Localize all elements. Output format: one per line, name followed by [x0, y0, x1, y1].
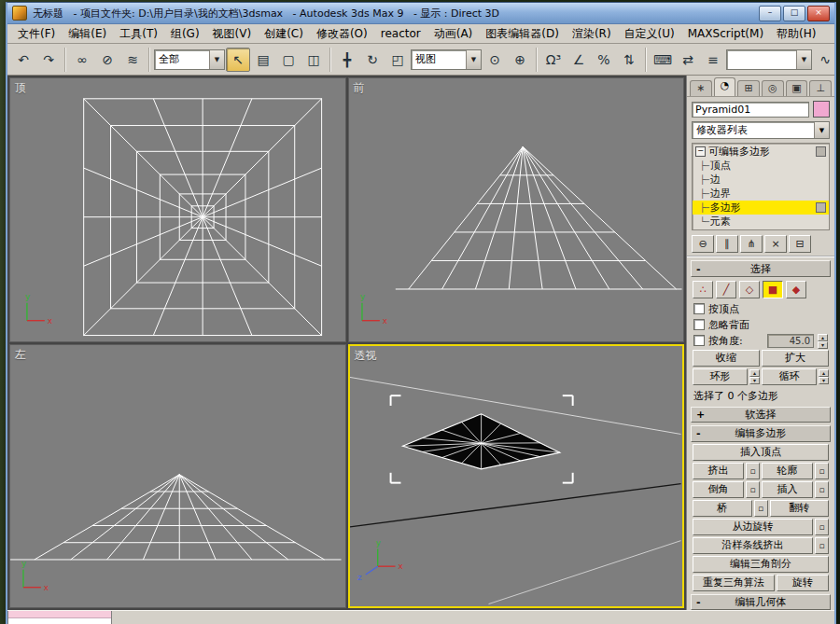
titlebar[interactable]: 无标题 - 项目文件夹: D:\用户目录\我的文档\3dsmax - Autod…: [7, 3, 834, 24]
align-icon[interactable]: ≡: [701, 48, 725, 72]
pin-stack-icon[interactable]: ⊖: [692, 235, 714, 253]
menubar-12[interactable]: MAXScript(M): [681, 25, 770, 42]
rectangular-selection-region-icon[interactable]: ▢: [276, 48, 301, 72]
select-and-manipulate-icon[interactable]: ⊕: [508, 48, 532, 72]
by-angle-checkbox[interactable]: 按角度:: [693, 334, 743, 348]
snap-toggle-icon[interactable]: Ω³: [541, 48, 566, 72]
insert-vertex-button[interactable]: 插入顶点: [693, 444, 829, 461]
use-pivot-center-icon[interactable]: ⊙: [483, 48, 507, 72]
angle-snap-icon[interactable]: ∠: [567, 48, 591, 72]
ring-spinner[interactable]: ▴▾: [749, 369, 760, 383]
vertex-mode-icon[interactable]: ∴: [693, 281, 713, 298]
menubar-13[interactable]: 帮助(H): [770, 24, 822, 44]
mirror-icon[interactable]: ⇄: [676, 48, 700, 72]
stack-item-polygon[interactable]: 多边形: [693, 201, 829, 215]
viewport-top[interactable]: 顶 yx: [9, 77, 346, 342]
by-vertex-checkbox[interactable]: 按顶点: [693, 302, 739, 316]
checkbox-icon[interactable]: [693, 303, 705, 314]
grow-button[interactable]: 扩大: [762, 350, 829, 367]
reference-coordinate-dropdown[interactable]: 视图▼: [411, 49, 482, 70]
select-and-scale-icon[interactable]: ◰: [385, 48, 410, 72]
loop-button[interactable]: 循环: [762, 368, 817, 385]
rollout-soft-selection-header[interactable]: + 软选择: [691, 407, 831, 423]
percent-snap-icon[interactable]: %: [592, 48, 616, 72]
spinner-down-icon[interactable]: ▾: [749, 377, 760, 384]
inset-button[interactable]: 插入: [762, 481, 813, 498]
select-object-icon[interactable]: ↖: [226, 48, 250, 72]
polygon-mode-icon[interactable]: ■: [763, 281, 783, 298]
display-tab[interactable]: ▣: [786, 80, 808, 96]
stack-item-edge[interactable]: 边: [693, 173, 829, 187]
utilities-tab[interactable]: ⊥: [809, 80, 832, 96]
stack-item-vertex[interactable]: 顶点: [693, 159, 829, 173]
remove-modifier-icon[interactable]: ×: [764, 235, 787, 253]
retriangulate-button[interactable]: 重复三角算法: [693, 575, 775, 591]
viewport-left[interactable]: 左 yx: [9, 344, 346, 609]
chevron-down-icon[interactable]: ▼: [466, 50, 481, 69]
maxscript-mini-listener[interactable]: [7, 611, 112, 624]
bind-to-space-warp-icon[interactable]: ≋: [120, 48, 145, 72]
spinner-up-icon[interactable]: ▴: [818, 334, 828, 341]
menubar-4[interactable]: 视图(V): [206, 24, 259, 44]
menubar-7[interactable]: reactor: [374, 25, 427, 42]
loop-spinner[interactable]: ▴▾: [819, 369, 829, 383]
select-and-move-icon[interactable]: ╋: [335, 48, 359, 72]
unlink-selection-icon[interactable]: ⊘: [95, 48, 119, 72]
stack-item-element[interactable]: 元素: [693, 215, 829, 229]
spinner-down-icon[interactable]: ▾: [819, 377, 829, 384]
viewport-perspective[interactable]: 透视 yxz: [348, 344, 685, 609]
undo-icon[interactable]: ↶: [11, 48, 35, 72]
stack-item-editable-poly[interactable]: − 可编辑多边形: [693, 145, 829, 159]
window-crossing-icon[interactable]: ◫: [301, 48, 326, 72]
menubar-1[interactable]: 编辑(E): [62, 24, 113, 44]
rollout-edit-polygons-header[interactable]: - 编辑多边形: [691, 425, 831, 441]
menubar-11[interactable]: 自定义(U): [618, 24, 681, 44]
viewport-front[interactable]: 前 yx: [348, 77, 685, 342]
select-and-rotate-icon[interactable]: ↻: [360, 48, 385, 72]
menubar-2[interactable]: 工具(T): [113, 24, 164, 44]
extrude-along-spline-button[interactable]: 沿样条线挤出: [693, 537, 813, 554]
turn-button[interactable]: 旋转: [777, 575, 829, 591]
bevel-button[interactable]: 倒角: [693, 481, 744, 498]
element-mode-icon[interactable]: ◆: [786, 281, 806, 298]
menubar-8[interactable]: 动画(A): [427, 24, 480, 44]
checkbox-icon[interactable]: [693, 319, 705, 330]
make-unique-icon[interactable]: ⋔: [740, 235, 763, 253]
show-end-result-icon[interactable]: ∥: [716, 235, 738, 253]
spinner-snap-icon[interactable]: ⇅: [617, 48, 641, 72]
curve-editor-icon[interactable]: ∿: [813, 48, 837, 72]
outline-settings-icon[interactable]: [815, 463, 829, 479]
edge-mode-icon[interactable]: ╱: [716, 281, 736, 298]
object-color-swatch[interactable]: [813, 101, 830, 118]
menubar-9[interactable]: 图表编辑器(D): [479, 24, 566, 44]
menubar-10[interactable]: 渲染(R): [566, 24, 618, 44]
bridge-button[interactable]: 桥: [693, 500, 752, 517]
flip-button[interactable]: 翻转: [770, 500, 830, 517]
chevron-down-icon[interactable]: ▼: [209, 50, 224, 69]
bevel-settings-icon[interactable]: [746, 481, 760, 498]
outline-button[interactable]: 轮廓: [762, 463, 813, 479]
extrude-settings-icon[interactable]: [746, 463, 760, 479]
spinner-up-icon[interactable]: ▴: [819, 369, 829, 377]
ignore-backfacing-checkbox[interactable]: 忽略背面: [693, 318, 749, 332]
collapse-icon[interactable]: −: [695, 146, 706, 157]
rollout-edit-geometry-header[interactable]: - 编辑几何体: [691, 594, 831, 610]
menubar-3[interactable]: 组(G): [164, 24, 206, 44]
keyboard-shortcut-override-icon[interactable]: ⌨: [651, 48, 675, 72]
motion-tab[interactable]: ◎: [762, 80, 784, 96]
create-tab[interactable]: ∗: [690, 80, 712, 96]
redo-icon[interactable]: ↷: [36, 48, 61, 72]
checkbox-icon[interactable]: [693, 335, 705, 346]
bridge-settings-icon[interactable]: [754, 500, 768, 517]
extrude-button[interactable]: 挤出: [693, 463, 744, 479]
menubar-0[interactable]: 文件(F): [11, 24, 62, 44]
stack-item-border[interactable]: 边界: [693, 187, 829, 201]
angle-spinner[interactable]: ▴▾: [818, 334, 828, 348]
configure-modifier-sets-icon[interactable]: ⊟: [789, 235, 811, 253]
inset-settings-icon[interactable]: [815, 481, 829, 498]
object-name-input[interactable]: Pyramid01: [692, 102, 809, 118]
close-button[interactable]: ×: [807, 6, 830, 21]
select-by-name-icon[interactable]: ▤: [251, 48, 275, 72]
border-mode-icon[interactable]: ◇: [739, 281, 760, 298]
edit-triangulation-button[interactable]: 编辑三角剖分: [693, 556, 829, 573]
